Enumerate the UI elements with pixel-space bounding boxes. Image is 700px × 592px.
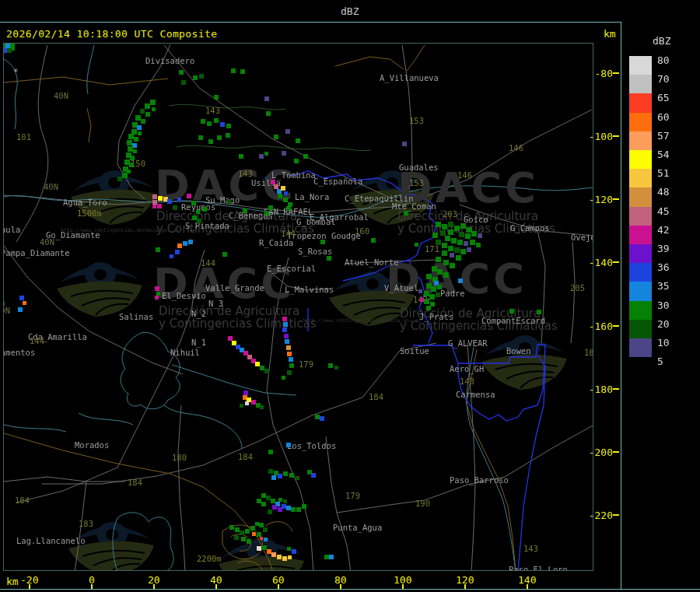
map-geo-label: * xyxy=(13,68,18,76)
legend-swatch xyxy=(629,187,652,206)
map-place-label: Los_Toldos xyxy=(287,442,336,450)
radar-cell xyxy=(278,474,282,478)
radar-cell xyxy=(240,531,244,535)
radar-cell xyxy=(287,352,292,356)
radar-cell xyxy=(266,111,271,116)
legend-label: 36 xyxy=(657,261,670,273)
map-place-label: Nihuil xyxy=(170,349,200,357)
map-place-label: R_Caida xyxy=(259,239,293,247)
map-place-label: aula xyxy=(3,226,20,234)
radar-cell xyxy=(272,505,277,510)
radar-cell xyxy=(240,69,245,74)
map-place-label: Padre xyxy=(440,289,465,298)
map-place-label: Mte_Coman xyxy=(392,202,436,211)
radar-cell xyxy=(196,210,200,214)
legend-label: 45 xyxy=(657,205,670,217)
legend-label: 35 xyxy=(657,280,670,292)
y-tick xyxy=(613,198,619,200)
y-tick xyxy=(613,514,619,516)
radar-cell xyxy=(471,231,477,236)
x-axis-unit-label: km xyxy=(6,576,19,587)
legend-swatch xyxy=(629,207,652,226)
radar-cell xyxy=(214,95,219,100)
legend-swatch xyxy=(629,56,652,75)
legend-label: 80 xyxy=(657,54,670,66)
radar-cell xyxy=(231,68,236,73)
radar-cell xyxy=(296,507,301,512)
legend-label: 51 xyxy=(657,167,670,179)
legend-label: 10 xyxy=(657,337,670,349)
radar-cell xyxy=(320,416,324,421)
legend-swatch xyxy=(629,131,652,150)
map-route-label: 143 xyxy=(205,107,220,115)
y-tick-label: -200 xyxy=(588,447,613,458)
radar-cell xyxy=(145,103,150,109)
radar-cell xyxy=(264,369,269,373)
radar-cell xyxy=(261,502,266,506)
radar-cell xyxy=(220,122,225,127)
map-route-label: 143 xyxy=(523,545,538,553)
map-route-label: 146 xyxy=(457,171,472,180)
map-place-label: G_Campos xyxy=(510,224,550,233)
radar-cell xyxy=(128,134,134,139)
radar-cell xyxy=(155,296,159,300)
radar-cell xyxy=(134,137,138,142)
y-tick-label: -160 xyxy=(588,321,613,332)
legend-swatch xyxy=(629,301,652,320)
radar-cell xyxy=(229,525,234,530)
radar-cell xyxy=(460,249,466,254)
radar-cell xyxy=(448,222,453,227)
map-place-label: Agua_Toro xyxy=(63,198,107,207)
radar-cell xyxy=(287,370,292,375)
radar-cell xyxy=(175,250,180,254)
radar-cell xyxy=(440,230,446,236)
radar-cell xyxy=(282,556,287,561)
radar-cell xyxy=(537,310,541,314)
map-route-label: 144 xyxy=(201,259,215,268)
map-place-label: V_Atuel xyxy=(384,284,418,292)
radar-cell xyxy=(264,211,269,215)
map-route-label: 143 xyxy=(460,377,474,386)
radar-cell xyxy=(260,537,263,540)
map-geo-label: 1500m xyxy=(77,209,102,218)
y-tick xyxy=(613,325,619,327)
map-place-label: Soitue xyxy=(400,347,429,356)
map-route-label: 153 xyxy=(409,179,424,187)
radar-cell xyxy=(426,274,432,279)
legend-swatch xyxy=(629,93,652,112)
map-place-label: Paso_Barroso xyxy=(450,476,509,485)
radar-cell xyxy=(152,205,156,208)
radar-cell xyxy=(18,307,23,312)
map-geo-label: 40N xyxy=(3,307,10,315)
radar-cell xyxy=(3,302,5,306)
page-title: dBZ xyxy=(341,5,359,17)
legend-swatch xyxy=(629,226,652,244)
radar-cell xyxy=(264,96,269,101)
radar-cell xyxy=(133,149,137,153)
map-route-label: 101 xyxy=(16,133,31,142)
map-place-label: N_3 xyxy=(208,300,223,308)
map-place-label: A_Villanueva xyxy=(380,74,439,82)
radar-cell xyxy=(156,247,160,252)
radar-cell xyxy=(432,266,437,271)
radar-cell xyxy=(181,80,186,85)
radar-cell xyxy=(263,527,268,532)
radar-cell xyxy=(296,138,300,143)
y-tick-label: -100 xyxy=(588,131,613,142)
radar-cell xyxy=(286,443,291,447)
map-route-label: 184 xyxy=(238,453,253,461)
radar-cell xyxy=(285,129,290,134)
map-place-label: G_bombal xyxy=(296,218,336,226)
map-route-label: 184 xyxy=(369,393,383,401)
radar-cell xyxy=(289,363,294,368)
radar-cell xyxy=(287,547,291,551)
radar-cell xyxy=(19,296,24,300)
radar-cell xyxy=(286,345,291,350)
legend: dBZ 807065605754514845423936353020105 xyxy=(621,22,700,589)
radar-cell xyxy=(226,133,230,138)
radar-cell xyxy=(285,339,289,344)
radar-cell xyxy=(145,112,150,117)
map-place-label: Paso_El_Loro xyxy=(509,566,568,571)
radar-cell xyxy=(268,510,272,514)
map-place-label: G_ALVEAR xyxy=(448,339,488,348)
